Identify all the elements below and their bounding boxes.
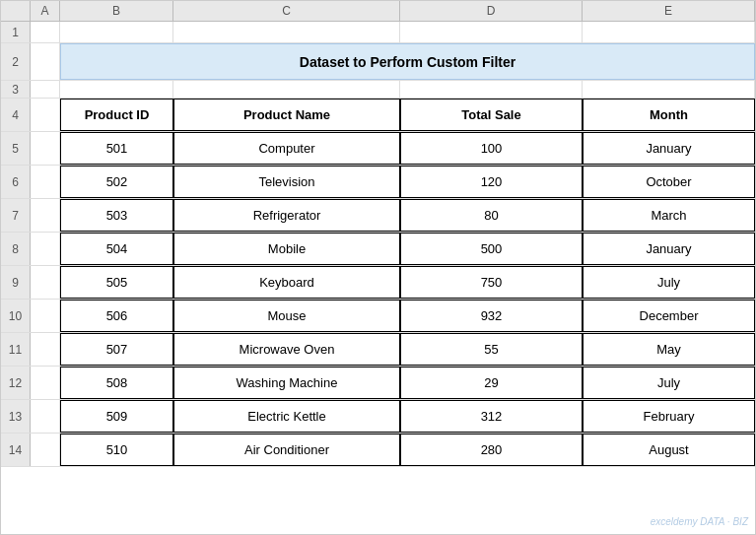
cell-6a[interactable] bbox=[31, 166, 60, 198]
cell-5e[interactable]: January bbox=[583, 132, 755, 165]
cell-14b[interactable]: 510 bbox=[60, 434, 173, 466]
data-row-3: 8 504 Mobile 500 January bbox=[1, 233, 755, 266]
cell-4a[interactable] bbox=[31, 99, 60, 131]
header-month: Month bbox=[583, 99, 755, 131]
data-row-1: 6 502 Television 120 October bbox=[1, 166, 755, 199]
sheet-body: 1 2 Dataset to Perform Custom Filter 3 bbox=[1, 22, 755, 534]
cell-8d[interactable]: 500 bbox=[400, 233, 583, 265]
title-cell: Dataset to Perform Custom Filter bbox=[60, 43, 755, 80]
row-num-10: 10 bbox=[1, 300, 31, 332]
cell-14c[interactable]: Air Conditioner bbox=[173, 434, 400, 466]
cell-8b[interactable]: 504 bbox=[60, 233, 173, 265]
data-row-7: 12 508 Washing Machine 29 July bbox=[1, 367, 755, 400]
row-num-9: 9 bbox=[1, 266, 31, 299]
cell-9e[interactable]: July bbox=[583, 266, 755, 299]
row-num-14: 14 bbox=[1, 434, 31, 466]
cell-7c[interactable]: Refrigerator bbox=[173, 199, 400, 232]
row-2: 2 Dataset to Perform Custom Filter bbox=[1, 43, 755, 81]
cell-13c[interactable]: Electric Kettle bbox=[173, 400, 400, 433]
cell-7d[interactable]: 80 bbox=[400, 199, 583, 232]
row-num-5: 5 bbox=[1, 132, 31, 165]
cell-10e[interactable]: December bbox=[583, 300, 755, 332]
cell-5d[interactable]: 100 bbox=[400, 132, 583, 165]
row-num-2: 2 bbox=[1, 43, 31, 80]
cell-12c[interactable]: Washing Machine bbox=[173, 367, 400, 399]
cell-5c[interactable]: Computer bbox=[173, 132, 400, 165]
cell-12d[interactable]: 29 bbox=[400, 367, 583, 399]
cell-13a[interactable] bbox=[31, 400, 60, 433]
cell-5a[interactable] bbox=[31, 132, 60, 165]
cell-2a[interactable] bbox=[31, 43, 60, 80]
cell-5b[interactable]: 501 bbox=[60, 132, 173, 165]
cell-12e[interactable]: July bbox=[583, 367, 755, 399]
data-row-9: 14 510 Air Conditioner 280 August bbox=[1, 434, 755, 467]
cell-13e[interactable]: February bbox=[583, 400, 755, 433]
cell-12a[interactable] bbox=[31, 367, 60, 399]
row-num-6: 6 bbox=[1, 166, 31, 198]
cell-8a[interactable] bbox=[31, 233, 60, 265]
cell-9c[interactable]: Keyboard bbox=[173, 266, 400, 299]
data-row-6: 11 507 Microwave Oven 55 May bbox=[1, 333, 755, 367]
data-row-5: 10 506 Mouse 932 December bbox=[1, 300, 755, 333]
row-num-7: 7 bbox=[1, 199, 31, 232]
cell-11a[interactable] bbox=[31, 333, 60, 366]
row-num-12: 12 bbox=[1, 367, 31, 399]
data-row-4: 9 505 Keyboard 750 July bbox=[1, 266, 755, 300]
cell-11e[interactable]: May bbox=[583, 333, 755, 366]
data-row-8: 13 509 Electric Kettle 312 February bbox=[1, 400, 755, 434]
cell-10d[interactable]: 932 bbox=[400, 300, 583, 332]
col-header-c[interactable]: C bbox=[173, 1, 400, 21]
cell-14d[interactable]: 280 bbox=[400, 434, 583, 466]
cell-14a[interactable] bbox=[31, 434, 60, 466]
header-product-name: Product Name bbox=[173, 99, 400, 131]
watermark: exceldemy DATA · BIZ bbox=[651, 516, 748, 527]
cell-10b[interactable]: 506 bbox=[60, 300, 173, 332]
row-num-11: 11 bbox=[1, 333, 31, 366]
row-1: 1 bbox=[1, 22, 755, 43]
cell-8e[interactable]: January bbox=[583, 233, 755, 265]
data-row-2: 7 503 Refrigerator 80 March bbox=[1, 199, 755, 233]
cell-13d[interactable]: 312 bbox=[400, 400, 583, 433]
data-rows: 5 501 Computer 100 January 6 502 Televis… bbox=[1, 132, 755, 467]
cell-9d[interactable]: 750 bbox=[400, 266, 583, 299]
header-product-id: Product ID bbox=[60, 99, 173, 131]
row-num-1: 1 bbox=[1, 22, 31, 42]
col-header-b[interactable]: B bbox=[60, 1, 173, 21]
row-num-4: 4 bbox=[1, 99, 31, 131]
cell-7b[interactable]: 503 bbox=[60, 199, 173, 232]
cell-13b[interactable]: 509 bbox=[60, 400, 173, 433]
cell-6e[interactable]: October bbox=[583, 166, 755, 198]
header-total-sale: Total Sale bbox=[400, 99, 583, 131]
corner-cell bbox=[1, 1, 31, 21]
col-header-a[interactable]: A bbox=[31, 1, 60, 21]
spreadsheet-wrapper: A B C D E 1 2 Dataset to Perform Custom … bbox=[0, 0, 756, 535]
cell-11c[interactable]: Microwave Oven bbox=[173, 333, 400, 366]
header-row: 4 Product ID Product Name Total Sale Mon… bbox=[1, 99, 755, 132]
row-num-3: 3 bbox=[1, 81, 31, 98]
row-num-13: 13 bbox=[1, 400, 31, 433]
cell-10a[interactable] bbox=[31, 300, 60, 332]
cell-11d[interactable]: 55 bbox=[400, 333, 583, 366]
cell-9a[interactable] bbox=[31, 266, 60, 299]
cell-6b[interactable]: 502 bbox=[60, 166, 173, 198]
spreadsheet: A B C D E 1 2 Dataset to Perform Custom … bbox=[0, 0, 756, 535]
data-row-0: 5 501 Computer 100 January bbox=[1, 132, 755, 166]
column-headers: A B C D E bbox=[1, 1, 755, 22]
cell-14e[interactable]: August bbox=[583, 434, 755, 466]
cell-7a[interactable] bbox=[31, 199, 60, 232]
cell-6c[interactable]: Television bbox=[173, 166, 400, 198]
cell-12b[interactable]: 508 bbox=[60, 367, 173, 399]
cell-8c[interactable]: Mobile bbox=[173, 233, 400, 265]
row-3: 3 bbox=[1, 81, 755, 99]
cell-10c[interactable]: Mouse bbox=[173, 300, 400, 332]
row-num-8: 8 bbox=[1, 233, 31, 265]
col-header-d[interactable]: D bbox=[400, 1, 583, 21]
cell-9b[interactable]: 505 bbox=[60, 266, 173, 299]
cell-6d[interactable]: 120 bbox=[400, 166, 583, 198]
cell-11b[interactable]: 507 bbox=[60, 333, 173, 366]
col-header-e[interactable]: E bbox=[583, 1, 755, 21]
cell-7e[interactable]: March bbox=[583, 199, 755, 232]
